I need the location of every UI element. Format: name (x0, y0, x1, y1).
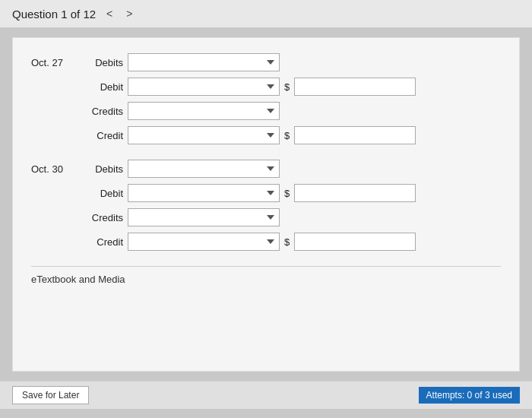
attempts-badge: Attempts: 0 of 3 used (419, 387, 520, 404)
entry-row-oct27-debit: Debit $ (31, 78, 501, 96)
row-label-credit-2: Credit (81, 236, 123, 248)
bottom-actions: Save for Later Attempts: 0 of 3 used (0, 381, 532, 409)
dollar-sign-1: $ (284, 81, 290, 93)
row-label-credits-1: Credits (81, 106, 123, 117)
entry-row-oct30-debit: Debit $ (31, 184, 501, 202)
date-label-oct27: Oct. 27 (31, 57, 77, 68)
etextbook-bar: eTextbook and Media (31, 266, 501, 285)
next-button[interactable]: > (123, 6, 135, 21)
credits-select-oct30[interactable] (128, 208, 280, 226)
entry-row-oct30-credit: Credit $ (31, 233, 501, 251)
entry-row-oct27-debits: Oct. 27 Debits (31, 53, 501, 71)
entry-section-oct30: Oct. 30 Debits Debit $ Credits (31, 160, 501, 251)
debit-amount-oct30[interactable] (294, 184, 416, 202)
top-bar: Question 1 of 12 < > (0, 0, 532, 28)
row-label-debit-1: Debit (81, 81, 123, 93)
row-label-credit-1: Credit (81, 130, 123, 141)
entry-row-oct30-credits: Credits (31, 208, 501, 226)
main-content: Oct. 27 Debits Debit $ Credits (12, 37, 520, 372)
debit-select-oct27[interactable] (128, 78, 280, 96)
debits-select-oct30[interactable] (128, 160, 280, 178)
debit-select-oct30[interactable] (128, 184, 280, 202)
etextbook-link[interactable]: eTextbook and Media (31, 274, 125, 285)
dollar-sign-2: $ (284, 130, 290, 141)
question-title: Question 1 of 12 (12, 8, 96, 21)
credit-select-oct30[interactable] (128, 233, 280, 251)
row-label-credits-2: Credits (81, 212, 123, 223)
date-label-oct30: Oct. 30 (31, 163, 77, 175)
prev-button[interactable]: < (103, 6, 116, 21)
row-label-debits-1: Debits (81, 57, 123, 68)
credit-amount-oct30[interactable] (294, 233, 416, 251)
row-label-debit-2: Debit (81, 188, 123, 199)
row-label-debits-2: Debits (81, 163, 123, 175)
debit-amount-oct27[interactable] (294, 78, 416, 96)
save-for-later-button[interactable]: Save for Later (12, 386, 89, 404)
entry-section-oct27: Oct. 27 Debits Debit $ Credits (31, 53, 501, 144)
credit-select-oct27[interactable] (128, 126, 280, 144)
entry-row-oct27-credits: Credits (31, 102, 501, 120)
entry-row-oct27-credit: Credit $ (31, 126, 501, 144)
dollar-sign-4: $ (284, 236, 290, 248)
credits-select-oct27[interactable] (128, 102, 280, 120)
credit-amount-oct27[interactable] (294, 126, 416, 144)
debits-select-oct27[interactable] (128, 53, 280, 71)
dollar-sign-3: $ (284, 188, 290, 199)
entry-row-oct30-debits: Oct. 30 Debits (31, 160, 501, 178)
